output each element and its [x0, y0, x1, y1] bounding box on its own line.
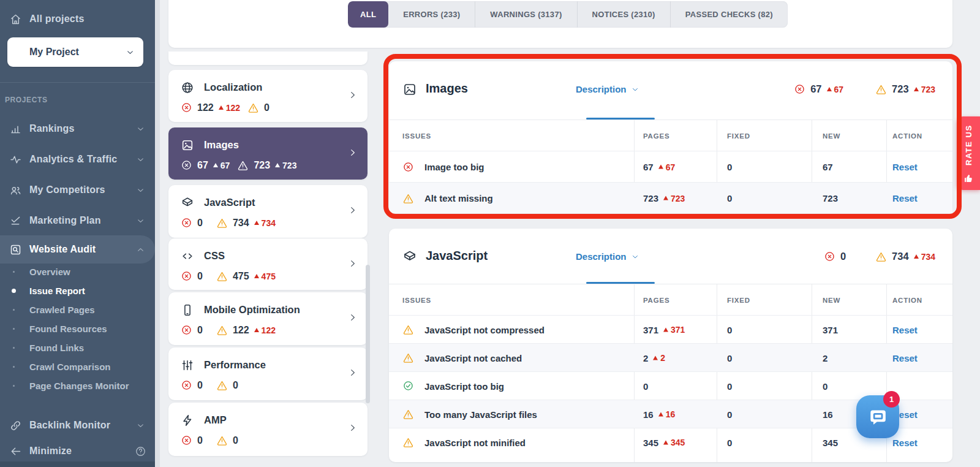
reset-link[interactable]: Reset [892, 352, 918, 363]
audit-search-icon [9, 243, 22, 256]
category-card-amp[interactable]: AMP 0 0 [168, 403, 368, 456]
delta-value: 475 [262, 271, 276, 281]
chat-bubble-icon [868, 408, 888, 425]
sidebar-item-website-audit[interactable]: Website Audit [0, 235, 155, 264]
chevron-right-icon [348, 90, 358, 100]
sidebar-subitem-crawl-comparison[interactable]: Crawl Comparison [0, 357, 155, 376]
all-projects-label: All projects [29, 13, 85, 25]
issue-row-js-not-cached[interactable]: JavaScript not cached 22 0 2 Reset [389, 343, 952, 371]
warning-icon [247, 102, 259, 113]
category-card-performance[interactable]: Performance 0 0 [168, 347, 368, 400]
delta-value: 16 [666, 409, 676, 419]
category-counts: 0 122 122 [181, 324, 278, 336]
sidebar-item-backlink-monitor[interactable]: Backlink Monitor [0, 412, 155, 439]
warning-count: 475 [233, 271, 249, 282]
delta-value: 734 [921, 252, 935, 262]
issue-row-js-not-compressed[interactable]: JavaScript not compressed 371371 0 371 R… [389, 315, 952, 343]
warnings-badge: 734 734 [875, 251, 938, 262]
chevron-right-icon [348, 205, 358, 215]
sidebar-item-rankings[interactable]: Rankings [0, 115, 155, 142]
error-icon [181, 435, 192, 446]
sidebar-item-my-competitors[interactable]: My Competitors [0, 177, 155, 203]
rate-us-tab[interactable]: RATE US [957, 116, 980, 190]
reset-link[interactable]: Reset [892, 193, 918, 203]
category-list-scrollbar[interactable] [366, 265, 370, 403]
category-card-css[interactable]: CSS 0 475 475 [168, 238, 368, 290]
delta-value: 345 [671, 438, 685, 447]
tab-all[interactable]: ALL [348, 1, 388, 28]
sidebar-subitem-crawled-pages[interactable]: Crawled Pages [0, 300, 155, 319]
column-header-issues: ISSUES [402, 297, 431, 304]
sidebar-subitem-page-changes-monitor[interactable]: Page Changes Monitor [0, 376, 155, 395]
sidebar-subitem-found-resources[interactable]: Found Resources [0, 319, 155, 338]
sidebar-scrollbar[interactable] [155, 0, 160, 467]
subitem-label: Crawled Pages [29, 305, 95, 315]
panel-title: Images [426, 82, 468, 96]
category-card-images[interactable]: Images 67 67 723 723 [168, 127, 368, 180]
error-icon [181, 379, 192, 391]
lightning-icon [181, 414, 194, 427]
panel-images: Images Description 67 67 723 723 [389, 61, 952, 213]
chevron-down-icon [136, 186, 145, 195]
category-card-localization[interactable]: Localization 122 122 0 [168, 70, 368, 122]
warning-count: 0 [233, 380, 238, 391]
sidebar-subitem-issue-report[interactable]: Issue Report [0, 281, 155, 300]
warning-icon [216, 217, 228, 229]
issue-label: Alt text missing [424, 193, 493, 203]
checklist-icon [9, 215, 22, 227]
reset-link[interactable]: Reset [892, 437, 918, 447]
pages-delta: 723 [663, 193, 685, 203]
pages-count: 723 [643, 193, 658, 203]
tab-notices[interactable]: NOTICES (2310) [577, 1, 670, 28]
issue-row-alt-text-missing[interactable]: Alt text missing 723723 0 723 Reset [389, 182, 952, 213]
subitem-label: Found Links [29, 343, 84, 353]
column-header-fixed: FIXED [727, 132, 750, 140]
tab-errors[interactable]: ERRORS (233) [388, 1, 475, 28]
description-tab[interactable]: Description [576, 251, 639, 262]
subitem-label: Page Changes Monitor [29, 381, 129, 391]
reset-link[interactable]: Reset [892, 324, 918, 335]
sidebar-item-marketing-plan[interactable]: Marketing Plan [0, 207, 155, 234]
sliders-icon [181, 359, 194, 372]
pages-cell: 723723 [643, 193, 687, 203]
subitem-label: Crawl Comparison [29, 362, 111, 372]
sidebar-minimize-button[interactable]: Minimize [0, 438, 155, 464]
panel-badges: 67 67 723 723 [794, 83, 938, 95]
warning-icon [216, 379, 228, 391]
increase-icon [663, 327, 668, 332]
description-tab[interactable]: Description [576, 84, 639, 94]
new-cell: 371 [823, 324, 838, 335]
category-counts: 0 0 [181, 379, 238, 391]
description-tab-label: Description [576, 84, 627, 94]
increase-icon [254, 274, 259, 278]
category-card-mobile-optimization[interactable]: Mobile Optimization 0 122 122 [168, 292, 368, 345]
sidebar-item-analytics-traffic[interactable]: Analytics & Traffic [0, 146, 155, 173]
warning-count: 723 [254, 160, 270, 171]
error-count: 0 [197, 380, 203, 391]
sidebar-subitem-found-links[interactable]: Found Links [0, 338, 155, 357]
bullet-icon [13, 366, 15, 368]
category-counts: 0 734 734 [181, 217, 278, 229]
issue-row-image-too-big[interactable]: Image too big 6767 0 67 Reset [389, 151, 952, 182]
warning-count: 734 [233, 218, 249, 229]
sidebar-item-all-projects[interactable]: All projects [0, 10, 155, 28]
increase-icon [254, 328, 259, 332]
error-count: 0 [197, 218, 203, 229]
users-icon [9, 184, 22, 197]
tab-warnings[interactable]: WARNINGS (3137) [475, 1, 576, 28]
chevron-right-icon [348, 259, 358, 268]
help-icon[interactable] [135, 446, 146, 457]
pages-cell: 22 [643, 352, 668, 363]
filter-tab-group: ALL ERRORS (233) WARNINGS (3137) NOTICES… [348, 1, 788, 28]
tab-passed-checks[interactable]: PASSED CHECKS (82) [670, 1, 788, 28]
sidebar: All projects My Project PROJECTS Ranking… [0, 0, 155, 467]
tab-label: ALL [360, 10, 376, 19]
subitem-label: Issue Report [29, 286, 85, 296]
category-card-javascript[interactable]: JavaScript 0 734 734 [168, 185, 368, 238]
increase-icon [914, 254, 919, 259]
image-icon [181, 139, 194, 152]
sidebar-subitem-overview[interactable]: Overview [0, 262, 155, 281]
reset-link[interactable]: Reset [892, 162, 918, 172]
project-selector[interactable]: My Project [7, 37, 143, 67]
bullet-icon [13, 271, 15, 273]
